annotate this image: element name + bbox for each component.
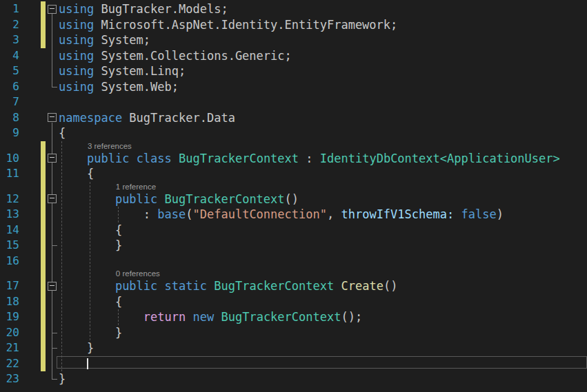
- token-plain: System.Web;: [94, 80, 179, 94]
- indent-guide: [118, 207, 119, 223]
- code-text[interactable]: namespace BugTracker.Data: [59, 110, 235, 126]
- code-text[interactable]: using System.Web;: [59, 79, 179, 95]
- outline-guide-tick: [52, 348, 57, 349]
- code-text[interactable]: {: [59, 294, 122, 310]
- minus-icon: [50, 198, 54, 198]
- code-line: 6using System.Web;: [0, 79, 587, 95]
- code-text[interactable]: public class BugTrackerContext : Identit…: [59, 151, 560, 167]
- outline-guide: [52, 204, 52, 246]
- line-number[interactable]: 10: [0, 151, 19, 167]
- line-number[interactable]: 1: [0, 1, 19, 17]
- line-number[interactable]: 9: [0, 125, 19, 141]
- minus-icon: [50, 285, 54, 286]
- code-editor[interactable]: 1using BugTracker.Models;2using Microsof…: [0, 0, 587, 392]
- token-plain: :: [59, 207, 157, 221]
- token-plain: }: [59, 238, 122, 252]
- line-number[interactable]: 18: [0, 294, 19, 310]
- code-text[interactable]: using Microsoft.AspNet.Identity.EntityFr…: [59, 17, 397, 33]
- token-keyword: using: [59, 49, 94, 63]
- token-type: BugTrackerContext: [165, 192, 285, 206]
- token-plain: System.Collections.Generic;: [94, 49, 292, 63]
- line-number[interactable]: 6: [0, 79, 19, 95]
- code-text[interactable]: using System.Collections.Generic;: [59, 48, 292, 64]
- line-number[interactable]: 14: [0, 223, 19, 238]
- token-plain: (): [285, 192, 299, 206]
- line-number[interactable]: 8: [0, 110, 19, 126]
- token-plain: {: [59, 167, 94, 180]
- indent-guide: [118, 309, 119, 325]
- indent-guide: [61, 141, 62, 372]
- line-number[interactable]: 12: [0, 192, 19, 207]
- token-control: return: [143, 310, 186, 324]
- token-keyword: using: [59, 18, 94, 32]
- token-plain: ,: [327, 207, 341, 221]
- code-text[interactable]: {: [59, 223, 122, 238]
- code-text[interactable]: using System.Linq;: [59, 63, 186, 79]
- line-number[interactable]: 5: [0, 63, 19, 79]
- line-number[interactable]: 17: [0, 278, 19, 294]
- collapse-toggle[interactable]: [48, 5, 57, 14]
- codelens-row: 0 references: [0, 269, 587, 278]
- token-plain: }: [59, 341, 94, 355]
- code-text[interactable]: {: [59, 166, 94, 182]
- token-plain: BugTracker.Data: [122, 111, 235, 125]
- token-string: "DefaultConnection": [193, 207, 327, 221]
- code-line: 20 }: [0, 325, 587, 341]
- outline-guide: [52, 291, 52, 333]
- code-line: 2using Microsoft.AspNet.Identity.EntityF…: [0, 17, 587, 33]
- code-text[interactable]: }: [59, 238, 122, 254]
- minus-icon: [50, 116, 54, 117]
- code-text[interactable]: {: [59, 125, 66, 141]
- line-number[interactable]: 4: [0, 48, 19, 64]
- collapse-toggle[interactable]: [48, 282, 57, 291]
- token-plain: ): [497, 207, 504, 221]
- code-text[interactable]: }: [59, 371, 66, 387]
- outline-guide: [52, 14, 52, 87]
- code-text[interactable]: using System;: [59, 32, 150, 48]
- token-keyword: using: [59, 64, 94, 78]
- codelens-references[interactable]: 1 reference: [116, 183, 156, 192]
- code-text[interactable]: : base("DefaultConnection", throwIfV1Sch…: [59, 207, 504, 223]
- line-number[interactable]: 2: [0, 17, 19, 33]
- token-plain: [454, 207, 461, 221]
- token-plain: BugTracker.Models;: [94, 2, 228, 16]
- line-number[interactable]: 19: [0, 309, 19, 325]
- token-plain: [157, 192, 164, 206]
- token-keyword: using: [59, 33, 94, 47]
- line-number[interactable]: 3: [0, 32, 19, 48]
- codelens-references[interactable]: 0 references: [116, 269, 160, 278]
- code-line: 10 public class BugTrackerContext : Iden…: [0, 151, 587, 167]
- collapse-toggle[interactable]: [48, 154, 57, 163]
- code-text[interactable]: public BugTrackerContext(): [59, 192, 299, 207]
- line-number[interactable]: 11: [0, 166, 19, 182]
- code-line: 7: [0, 94, 587, 110]
- line-number[interactable]: 15: [0, 238, 19, 254]
- line-number[interactable]: 7: [0, 94, 19, 110]
- token-plain: [207, 279, 214, 293]
- code-line: 8namespace BugTracker.Data: [0, 110, 587, 126]
- collapse-toggle[interactable]: [48, 113, 57, 122]
- token-keyword: static: [165, 279, 207, 293]
- line-number[interactable]: 13: [0, 207, 19, 223]
- codelens-references[interactable]: 3 references: [88, 142, 132, 151]
- code-text[interactable]: }: [59, 325, 122, 341]
- token-plain: [129, 152, 136, 165]
- code-text[interactable]: using BugTracker.Models;: [59, 1, 228, 17]
- code-line: 4using System.Collections.Generic;: [0, 48, 587, 64]
- code-text[interactable]: }: [59, 340, 94, 356]
- collapse-toggle[interactable]: [48, 194, 57, 203]
- line-number[interactable]: 22: [0, 356, 19, 372]
- token-keyword: public: [87, 152, 129, 165]
- token-plain: ();: [341, 310, 362, 324]
- code-text[interactable]: return new BugTrackerContext();: [59, 309, 362, 325]
- line-number[interactable]: 21: [0, 340, 19, 356]
- token-plain: [59, 192, 115, 206]
- code-line: 12 public BugTrackerContext(): [0, 192, 587, 207]
- line-number[interactable]: 20: [0, 325, 19, 341]
- code-text[interactable]: public static BugTrackerContext Create(): [59, 278, 397, 294]
- token-plain: [214, 310, 221, 324]
- token-keyword: public: [115, 279, 157, 293]
- indent-guide: [90, 182, 90, 341]
- line-number[interactable]: 23: [0, 371, 19, 387]
- line-number[interactable]: 16: [0, 254, 19, 269]
